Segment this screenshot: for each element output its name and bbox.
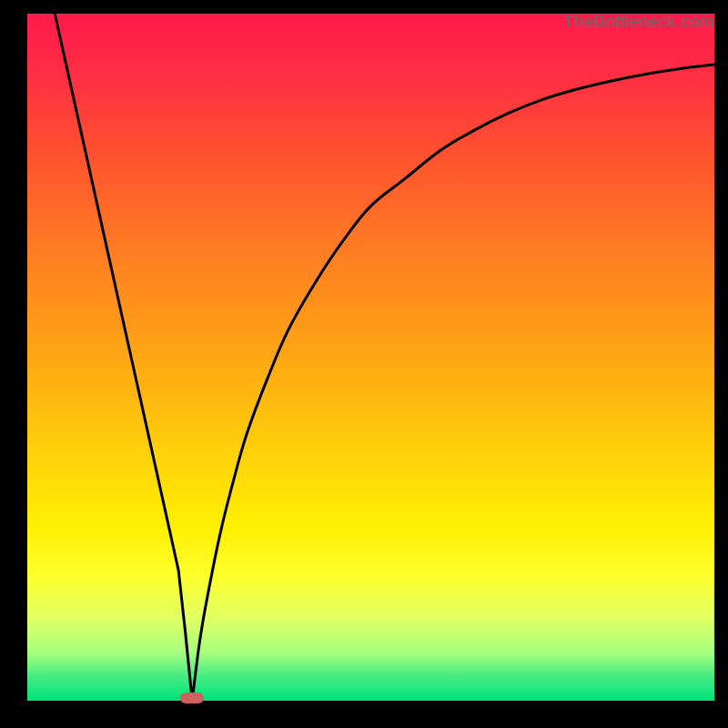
chart-frame: TheBottleneck.com — [27, 14, 714, 701]
watermark-text: TheBottleneck.com — [563, 12, 714, 32]
bottleneck-chart — [27, 14, 714, 701]
optimal-point-marker — [180, 693, 204, 703]
